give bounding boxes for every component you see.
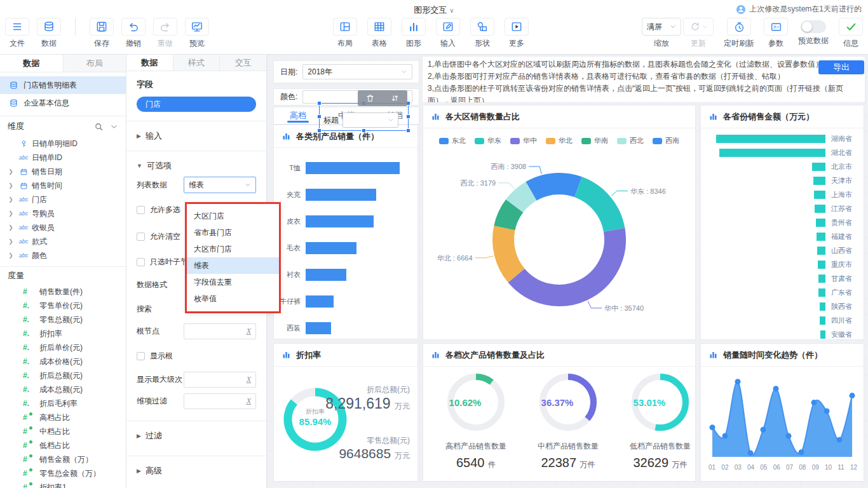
- tool-save[interactable]: 保存: [87, 18, 116, 49]
- donut-slice-华东[interactable]: [578, 187, 614, 229]
- dimension-item[interactable]: ❯abc门店: [0, 193, 126, 207]
- data-point[interactable]: [811, 400, 817, 405]
- dropdown-option[interactable]: 维表: [187, 257, 279, 274]
- tool-redo[interactable]: 重做: [151, 18, 180, 49]
- expand-chevron-icon[interactable]: ❯: [6, 182, 15, 189]
- measure-item[interactable]: #高档占比: [0, 410, 126, 424]
- max-level-input[interactable]: X: [184, 372, 256, 388]
- swap-arrows-icon[interactable]: [390, 93, 400, 103]
- legend-item[interactable]: 华东: [475, 136, 501, 146]
- bar[interactable]: [818, 288, 825, 297]
- allow-clear-checkbox[interactable]: [137, 233, 145, 241]
- donut-slice-华南[interactable]: [505, 206, 515, 228]
- bar[interactable]: [815, 205, 825, 213]
- expand-chevron-icon[interactable]: ❯: [6, 210, 15, 217]
- data-point[interactable]: [748, 450, 754, 456]
- trash-icon[interactable]: [365, 93, 375, 103]
- donut-slice-华北[interactable]: [503, 228, 517, 276]
- tool-chart[interactable]: 图形: [399, 18, 428, 49]
- prop-tab-style[interactable]: 样式: [173, 55, 220, 71]
- bar[interactable]: [719, 149, 825, 157]
- bar[interactable]: [306, 162, 400, 174]
- tool-layout[interactable]: 布局: [330, 18, 360, 49]
- bar[interactable]: [306, 295, 334, 308]
- tool-params[interactable]: X= 参数: [761, 18, 790, 49]
- tool-refresh[interactable]: 更新: [680, 18, 717, 49]
- tool-file[interactable]: 文件: [3, 18, 32, 49]
- data-point[interactable]: [824, 409, 830, 414]
- dimension-item[interactable]: ❯abc颜色: [0, 248, 126, 262]
- measure-item[interactable]: #.折后单价(元): [0, 341, 126, 355]
- tool-timed-refresh[interactable]: 定时刷新: [721, 18, 757, 49]
- tool-info[interactable]: 信息: [836, 18, 865, 49]
- dim-filter-input[interactable]: X: [184, 393, 256, 409]
- allow-multi-checkbox[interactable]: [137, 206, 145, 214]
- show-root-checkbox[interactable]: [137, 352, 145, 360]
- bar[interactable]: [817, 247, 825, 255]
- list-data-select[interactable]: 维表: [184, 177, 256, 193]
- bar[interactable]: [820, 302, 825, 311]
- legend-item[interactable]: 华南: [581, 136, 608, 146]
- bar[interactable]: [818, 261, 825, 269]
- legend-item[interactable]: 东北: [439, 136, 466, 146]
- legend-item[interactable]: 华北: [546, 136, 573, 146]
- measure-item[interactable]: #.零售单价(元): [0, 299, 126, 313]
- options-section-header[interactable]: ▼可选项: [137, 160, 256, 172]
- bar[interactable]: [306, 242, 356, 254]
- bar[interactable]: [820, 330, 825, 339]
- dropdown-option[interactable]: 大区市门店: [187, 241, 279, 257]
- data-point[interactable]: [837, 437, 843, 443]
- measure-item[interactable]: #销售数量(件): [0, 285, 126, 299]
- expand-chevron-icon[interactable]: ❯: [6, 238, 15, 245]
- dimension-item[interactable]: abc日销单ID: [0, 151, 126, 165]
- bar[interactable]: [306, 269, 346, 281]
- measure-item[interactable]: #.折后毛利率: [0, 396, 126, 410]
- data-point[interactable]: [735, 379, 741, 384]
- bar[interactable]: [820, 316, 825, 325]
- dimension-item[interactable]: ❯销售日期: [0, 165, 126, 179]
- table-item[interactable]: 门店销售明细表: [0, 76, 126, 94]
- advanced-section-header[interactable]: ▶高级: [137, 465, 256, 477]
- expand-chevron-icon[interactable]: ❯: [6, 168, 15, 175]
- expand-chevron-icon[interactable]: ❯: [6, 252, 15, 259]
- bar[interactable]: [813, 177, 825, 185]
- dropdown-option[interactable]: 枚举值: [187, 290, 279, 307]
- preview-data-toggle[interactable]: [801, 20, 826, 33]
- dimension-item[interactable]: ❯abc款式: [0, 234, 126, 248]
- bar[interactable]: [817, 233, 825, 241]
- data-point[interactable]: [761, 427, 766, 433]
- data-point[interactable]: [786, 433, 792, 439]
- resize-handle[interactable]: [317, 128, 322, 133]
- tool-preview[interactable]: 预览: [182, 18, 212, 49]
- dropdown-option[interactable]: 字段值去重: [187, 274, 279, 290]
- data-point[interactable]: [799, 449, 804, 455]
- resize-handle[interactable]: [317, 114, 322, 119]
- tool-data[interactable]: 数据: [34, 18, 64, 49]
- legend-item[interactable]: 西南: [653, 136, 679, 146]
- data-point[interactable]: [773, 386, 779, 391]
- donut-slice-东北[interactable]: [559, 184, 578, 187]
- search-icon[interactable]: [94, 122, 104, 132]
- dimension-item[interactable]: ❯abc导购员: [0, 207, 126, 220]
- legend-item[interactable]: 华中: [510, 136, 537, 146]
- expand-chevron-icon[interactable]: ❯: [6, 196, 15, 203]
- data-point[interactable]: [850, 393, 855, 398]
- donut-slice-西南[interactable]: [531, 184, 559, 191]
- bar[interactable]: [306, 215, 374, 227]
- bar[interactable]: [306, 189, 376, 201]
- bar[interactable]: [812, 163, 825, 171]
- measure-item[interactable]: #零售总金额（万）: [0, 466, 126, 480]
- title-config-select[interactable]: [342, 112, 398, 128]
- measure-item[interactable]: #中档占比: [0, 424, 126, 438]
- resize-handle[interactable]: [362, 128, 366, 133]
- dropdown-option[interactable]: 省市县门店: [187, 224, 279, 241]
- date-filter-select[interactable]: 2018年: [302, 64, 412, 79]
- legend-item[interactable]: 西北: [617, 136, 644, 146]
- dimension-item[interactable]: ❯销售时间: [0, 179, 126, 193]
- bar[interactable]: [306, 322, 331, 334]
- grade-tab-high[interactable]: 高档: [290, 107, 306, 124]
- tool-table[interactable]: 表格: [365, 18, 394, 49]
- prop-tab-data[interactable]: 数据: [126, 55, 173, 71]
- measure-item[interactable]: #.零售总额(元): [0, 313, 126, 327]
- measure-item[interactable]: #销售金额（万）: [0, 452, 126, 466]
